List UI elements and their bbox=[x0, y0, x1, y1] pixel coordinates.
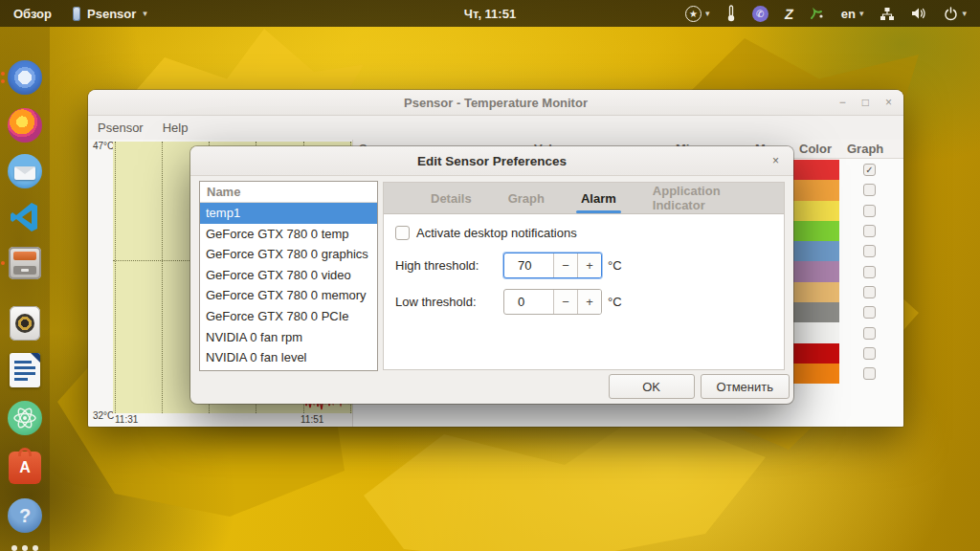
low-threshold-increment-button[interactable]: + bbox=[577, 290, 601, 314]
color-graph-rows: ✓ bbox=[793, 160, 876, 384]
show-applications-icon[interactable] bbox=[7, 540, 43, 551]
color-swatch[interactable] bbox=[793, 261, 839, 281]
maximize-icon[interactable]: □ bbox=[862, 96, 869, 109]
table-row bbox=[793, 221, 876, 241]
cancel-button[interactable]: Отменить bbox=[701, 374, 790, 399]
graph-checkbox[interactable] bbox=[863, 225, 876, 237]
dock-atom-icon[interactable] bbox=[7, 400, 43, 436]
color-swatch[interactable] bbox=[793, 180, 839, 200]
dock-libreoffice-writer-icon[interactable] bbox=[7, 352, 43, 388]
minimize-icon[interactable]: − bbox=[839, 96, 846, 109]
accessibility-icon: ★ bbox=[685, 6, 702, 22]
color-swatch[interactable] bbox=[793, 241, 839, 261]
graph-checkbox[interactable] bbox=[863, 266, 876, 278]
color-swatch[interactable] bbox=[793, 160, 839, 180]
sensor-list-item[interactable]: GeForce GTX 780 0 PCIe bbox=[200, 306, 377, 327]
low-threshold-decrement-button[interactable]: − bbox=[553, 290, 577, 314]
sensor-list-item[interactable]: GeForce GTX 780 0 video bbox=[200, 265, 377, 286]
dialog-close-icon[interactable]: × bbox=[768, 152, 783, 169]
sensor-list-item[interactable]: temp1 bbox=[200, 203, 377, 224]
chevron-down-icon: ▾ bbox=[962, 9, 967, 18]
high-threshold-input[interactable]: 70 bbox=[504, 253, 553, 277]
dock-vscode-icon[interactable] bbox=[7, 199, 43, 235]
graph-checkbox[interactable] bbox=[863, 184, 876, 196]
preferences-tabbar: DetailsGraphAlarmApplication Indicator bbox=[384, 183, 784, 214]
dock-ubuntu-software-icon[interactable]: A bbox=[7, 450, 43, 486]
sensor-list-item[interactable]: NVIDIA 0 fan rpm bbox=[200, 327, 377, 348]
psensor-titlebar[interactable]: Psensor - Temperature Monitor − □ × bbox=[88, 90, 903, 116]
table-row bbox=[793, 364, 876, 384]
graph-checkbox[interactable] bbox=[863, 347, 876, 360]
low-threshold-input[interactable]: 0 bbox=[504, 290, 553, 314]
accessibility-menu[interactable]: ★ ▾ bbox=[685, 6, 710, 22]
color-swatch[interactable] bbox=[793, 364, 839, 384]
sensor-list-item[interactable]: GeForce GTX 780 0 graphics bbox=[200, 244, 377, 265]
color-swatch[interactable] bbox=[793, 221, 839, 241]
column-header-graph[interactable]: Graph bbox=[847, 142, 883, 156]
graph-checkbox[interactable] bbox=[863, 367, 876, 380]
viber-icon[interactable]: ✆ bbox=[752, 6, 768, 22]
dock-speaker-app-icon[interactable] bbox=[7, 305, 43, 342]
column-header-color[interactable]: Color bbox=[799, 142, 832, 156]
sensor-list-item[interactable]: NVIDIA 0 fan level bbox=[200, 347, 377, 368]
signal-icon[interactable] bbox=[810, 6, 825, 21]
thermometer-icon[interactable] bbox=[726, 5, 736, 22]
dialog-titlebar[interactable]: Edit Sensor Preferences × bbox=[190, 146, 793, 176]
low-threshold-spinner: 0 − + bbox=[503, 289, 602, 315]
sensor-name-list[interactable]: Name temp1GeForce GTX 780 0 tempGeForce … bbox=[199, 181, 378, 371]
dock-file-cabinet-icon[interactable] bbox=[7, 245, 43, 281]
tab-graph[interactable]: Graph bbox=[490, 183, 563, 213]
alarm-tab-panel: Activate desktop notifications High thre… bbox=[384, 214, 784, 315]
graph-y-max-label: 47°C bbox=[93, 141, 114, 151]
graph-checkbox[interactable]: ✓ bbox=[863, 164, 876, 176]
running-indicator bbox=[1, 261, 5, 265]
tab-application-indicator[interactable]: Application Indicator bbox=[635, 183, 784, 213]
menu-help[interactable]: Help bbox=[163, 121, 189, 135]
graph-time-end-label: 11:51 bbox=[301, 414, 323, 425]
table-row bbox=[793, 282, 876, 302]
graph-y-min-label: 32°C bbox=[93, 410, 114, 421]
color-swatch[interactable] bbox=[793, 322, 839, 342]
close-icon[interactable]: × bbox=[885, 96, 892, 109]
notifications-checkbox[interactable] bbox=[395, 226, 410, 240]
keyboard-layout-label: en bbox=[841, 7, 856, 21]
power-menu[interactable]: ▾ bbox=[944, 7, 967, 21]
graph-checkbox[interactable] bbox=[863, 286, 876, 298]
dock-help-icon[interactable]: ? bbox=[7, 497, 43, 534]
low-threshold-label: Low threshold: bbox=[395, 295, 503, 309]
high-threshold-decrement-button[interactable]: − bbox=[553, 253, 577, 277]
volume-icon[interactable] bbox=[911, 6, 927, 21]
app-menu-button[interactable]: Psensor ▾ bbox=[73, 7, 147, 21]
table-row bbox=[793, 343, 876, 364]
graph-checkbox[interactable] bbox=[863, 306, 876, 319]
sensor-list-item[interactable]: GeForce GTX 780 0 memory bbox=[200, 285, 377, 306]
high-threshold-unit: °C bbox=[608, 258, 622, 273]
color-swatch[interactable] bbox=[793, 201, 839, 221]
network-icon[interactable] bbox=[880, 7, 895, 21]
menu-psensor[interactable]: Psensor bbox=[98, 121, 144, 135]
graph-checkbox[interactable] bbox=[863, 245, 876, 257]
dock-chromium-icon[interactable] bbox=[7, 59, 43, 96]
tab-details[interactable]: Details bbox=[412, 183, 490, 213]
keyboard-layout-menu[interactable]: en ▾ bbox=[841, 7, 864, 21]
activities-button[interactable]: Обзор bbox=[13, 7, 52, 21]
graph-checkbox[interactable] bbox=[863, 205, 876, 217]
chevron-down-icon: ▾ bbox=[859, 9, 864, 18]
sensor-list-item[interactable]: GeForce GTX 780 0 temp bbox=[200, 224, 377, 245]
psensor-app-icon bbox=[73, 7, 80, 21]
power-icon bbox=[944, 7, 958, 21]
psensor-window-title: Psensor - Temperature Monitor bbox=[404, 96, 588, 110]
color-swatch[interactable] bbox=[793, 343, 839, 364]
high-threshold-label: High threshold: bbox=[395, 258, 503, 273]
table-row bbox=[793, 241, 876, 261]
graph-checkbox[interactable] bbox=[863, 327, 876, 340]
chevron-down-icon: ▾ bbox=[705, 9, 710, 18]
zulip-icon[interactable]: Z bbox=[783, 6, 794, 22]
ok-button[interactable]: OK bbox=[609, 374, 695, 399]
color-swatch[interactable] bbox=[793, 282, 839, 302]
tab-alarm[interactable]: Alarm bbox=[563, 183, 635, 213]
dock-firefox-icon[interactable] bbox=[7, 107, 43, 143]
high-threshold-increment-button[interactable]: + bbox=[577, 253, 601, 277]
color-swatch[interactable] bbox=[793, 302, 839, 322]
dock-thunderbird-icon[interactable] bbox=[7, 153, 43, 189]
